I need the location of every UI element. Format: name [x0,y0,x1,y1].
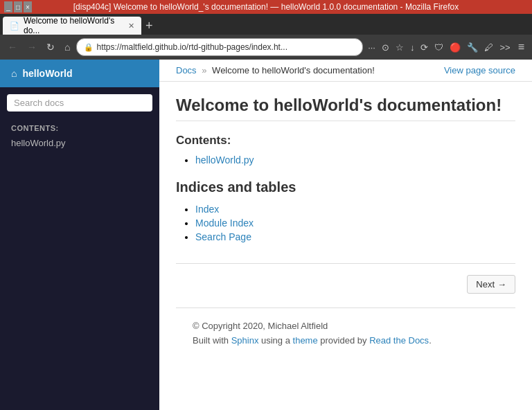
next-label: Next [476,279,495,289]
index-link[interactable]: Index [195,204,219,215]
contents-list: helloWorld.py [176,154,515,166]
contents-label: CONTENTS: [0,118,159,135]
browser-tab[interactable]: 📄 Welcome to helloWorld's do... ✕ [3,17,141,35]
page-layout: ⌂ helloWorld Search docs CONTENTS: hello… [0,60,532,410]
secure-lock-icon: 🔒 [84,43,94,52]
next-arrow-icon: → [497,279,506,289]
list-item: helloWorld.py [195,154,515,166]
list-item: Index [195,204,515,215]
built-with-text: Built with Sphinx using a theme provided… [193,335,499,346]
breadcrumb-separator: » [202,65,206,75]
tab-favicon: 📄 [10,21,19,30]
forward-button[interactable]: → [24,40,40,54]
content-divider [176,263,515,264]
new-tab-button[interactable]: + [141,19,157,33]
url-text: https://maltfield.github.io/rtd-github-p… [96,42,355,52]
helloworld-py-link[interactable]: helloWorld.py [195,154,254,166]
breadcrumb-docs-link[interactable]: Docs [176,65,197,75]
provided-by-text: provided by [318,335,369,346]
home-button[interactable]: ⌂ [61,40,73,54]
built-with-label: Built with [193,335,231,346]
tab-title: Welcome to helloWorld's do... [24,16,124,35]
sidebar-header: ⌂ helloWorld [0,60,159,87]
indices-section: Index Module Index Search Page [176,204,515,242]
list-item: Search Page [195,231,515,242]
search-placeholder: Search docs [14,98,64,108]
refresh-button[interactable]: ↻ [43,40,58,54]
maximize-button[interactable]: □ [14,1,22,12]
page-title: Welcome to helloWorld's documentation! [176,96,515,121]
shield-icon[interactable]: 🛡 [432,41,445,54]
theme-link[interactable]: theme [293,335,318,346]
download-icon[interactable]: ↓ [408,41,417,54]
pocket-button[interactable]: ⊙ [380,41,391,54]
footer: © Copyright 2020, Michael Altfield Built… [176,315,515,355]
sync-icon[interactable]: ⟳ [418,41,430,54]
contents-section: Contents: helloWorld.py [176,134,515,166]
menu-button[interactable]: ≡ [515,39,528,55]
tab-close-button[interactable]: ✕ [128,21,134,30]
title-bar: _ □ × [disp404c] Welcome to helloWorld_'… [0,0,532,14]
close-button[interactable]: × [24,1,32,12]
extension-icon-2[interactable]: 🖊 [482,41,495,54]
breadcrumb-current: Welcome to helloWorld's documentation! [212,65,375,75]
sidebar: ⌂ helloWorld Search docs CONTENTS: hello… [0,60,159,410]
next-button[interactable]: Next → [467,275,515,294]
view-page-source-link[interactable]: View page source [444,65,515,75]
content-body: Welcome to helloWorld's documentation! C… [159,82,532,369]
indices-section-title: Indices and tables [176,179,515,195]
overflow-button[interactable]: >> [497,41,512,54]
extensions-button[interactable]: ··· [366,41,378,54]
minimize-button[interactable]: _ [4,1,12,12]
breadcrumb: Docs » Welcome to helloWorld's documenta… [176,65,375,75]
bookmark-button[interactable]: ☆ [393,41,406,54]
sidebar-item-helloworld[interactable]: helloWorld.py [0,135,159,151]
ublock-icon[interactable]: 🔴 [447,41,463,54]
back-button[interactable]: ← [4,40,21,54]
tab-bar: 📄 Welcome to helloWorld's do... ✕ + [0,14,532,35]
search-input[interactable]: Search docs [7,94,152,112]
read-the-docs-link[interactable]: Read the Docs [369,335,429,346]
module-index-link[interactable]: Module Index [195,217,254,229]
footer-divider [176,308,515,308]
next-btn-container: Next → [176,275,515,294]
sidebar-logo: helloWorld [22,68,72,79]
nav-bar: ← → ↻ ⌂ 🔒 https://maltfield.github.io/rt… [0,35,532,60]
contents-section-title: Contents: [176,134,515,148]
home-icon: ⌂ [11,68,17,79]
using-text: using a [258,335,292,346]
extension-icon-1[interactable]: 🔧 [465,41,480,54]
breadcrumb-bar: Docs » Welcome to helloWorld's documenta… [159,60,532,82]
indices-list: Index Module Index Search Page [176,204,515,242]
list-item: Module Index [195,217,515,229]
browser-nav-icons: ··· ⊙ ☆ ↓ ⟳ 🛡 🔴 🔧 🖊 >> ≡ [366,39,528,55]
main-content: Docs » Welcome to helloWorld's documenta… [159,60,532,410]
copyright-text: © Copyright 2020, Michael Altfield [193,321,499,331]
sphinx-link[interactable]: Sphinx [231,335,259,346]
footer-period: . [429,335,432,346]
address-bar[interactable]: 🔒 https://maltfield.github.io/rtd-github… [76,38,363,56]
search-page-link[interactable]: Search Page [195,231,251,242]
window-title: [disp404c] Welcome to helloWorld_'s docu… [32,2,500,12]
